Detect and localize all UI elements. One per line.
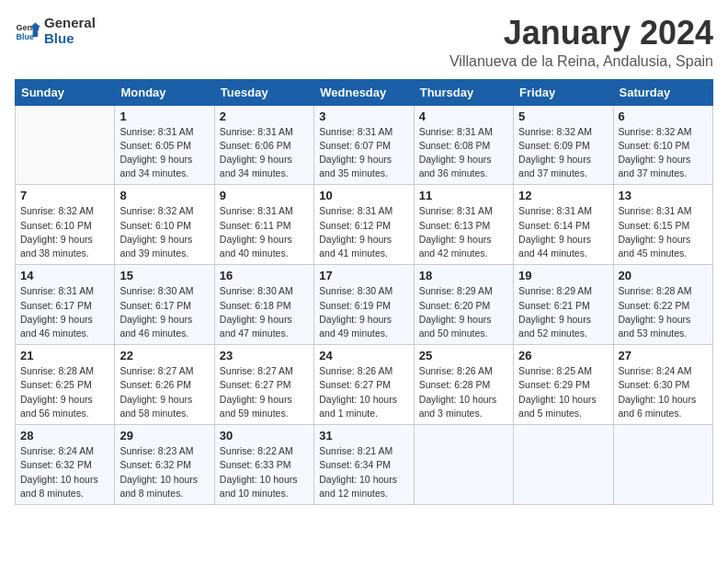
- day-info: Sunrise: 8:31 AM Sunset: 6:11 PM Dayligh…: [220, 204, 309, 260]
- table-row: 27Sunrise: 8:24 AM Sunset: 6:30 PM Dayli…: [613, 345, 712, 425]
- table-row: 10Sunrise: 8:31 AM Sunset: 6:12 PM Dayli…: [314, 185, 414, 265]
- table-row: 6Sunrise: 8:32 AM Sunset: 6:10 PM Daylig…: [613, 105, 712, 185]
- calendar-table: Sunday Monday Tuesday Wednesday Thursday…: [15, 79, 713, 505]
- table-row: 24Sunrise: 8:26 AM Sunset: 6:27 PM Dayli…: [314, 345, 414, 425]
- day-number: 26: [518, 349, 608, 362]
- table-row: 19Sunrise: 8:29 AM Sunset: 6:21 PM Dayli…: [514, 265, 613, 345]
- table-row: 2Sunrise: 8:31 AM Sunset: 6:06 PM Daylig…: [214, 105, 313, 185]
- day-number: 29: [119, 429, 209, 442]
- day-info: Sunrise: 8:31 AM Sunset: 6:12 PM Dayligh…: [319, 204, 408, 260]
- day-info: Sunrise: 8:30 AM Sunset: 6:18 PM Dayligh…: [220, 284, 309, 340]
- table-row: 17Sunrise: 8:30 AM Sunset: 6:19 PM Dayli…: [314, 265, 414, 345]
- logo-icon: General Blue: [15, 17, 40, 43]
- header-friday: Friday: [514, 79, 613, 105]
- calendar-week-row: 7Sunrise: 8:32 AM Sunset: 6:10 PM Daylig…: [16, 185, 713, 265]
- day-number: 10: [319, 189, 408, 202]
- page-header: General Blue General Blue January 2024 V…: [15, 15, 713, 70]
- day-number: 28: [20, 429, 109, 442]
- location-subtitle: Villanueva de la Reina, Andalusia, Spain: [449, 53, 713, 70]
- day-number: 3: [319, 109, 408, 123]
- table-row: 14Sunrise: 8:31 AM Sunset: 6:17 PM Dayli…: [16, 265, 115, 345]
- table-row: 29Sunrise: 8:23 AM Sunset: 6:32 PM Dayli…: [115, 425, 214, 505]
- day-info: Sunrise: 8:30 AM Sunset: 6:19 PM Dayligh…: [319, 284, 408, 340]
- day-info: Sunrise: 8:31 AM Sunset: 6:08 PM Dayligh…: [419, 125, 508, 181]
- day-number: 27: [619, 349, 708, 362]
- day-info: Sunrise: 8:32 AM Sunset: 6:09 PM Dayligh…: [518, 125, 608, 181]
- logo: General Blue General Blue: [15, 15, 96, 47]
- day-number: 1: [119, 109, 209, 123]
- day-info: Sunrise: 8:30 AM Sunset: 6:17 PM Dayligh…: [119, 284, 209, 340]
- day-number: 2: [220, 109, 309, 123]
- day-info: Sunrise: 8:28 AM Sunset: 6:25 PM Dayligh…: [20, 364, 109, 420]
- day-info: Sunrise: 8:22 AM Sunset: 6:33 PM Dayligh…: [220, 444, 309, 500]
- table-row: 20Sunrise: 8:28 AM Sunset: 6:22 PM Dayli…: [613, 265, 712, 345]
- day-number: 4: [419, 109, 508, 123]
- logo-blue-text: Blue: [44, 30, 96, 46]
- day-info: Sunrise: 8:31 AM Sunset: 6:14 PM Dayligh…: [518, 204, 608, 260]
- day-number: 12: [518, 189, 608, 202]
- day-number: 6: [619, 109, 708, 123]
- table-row: [16, 105, 115, 185]
- table-row: 28Sunrise: 8:24 AM Sunset: 6:32 PM Dayli…: [16, 425, 115, 505]
- day-info: Sunrise: 8:27 AM Sunset: 6:27 PM Dayligh…: [220, 364, 309, 420]
- day-info: Sunrise: 8:31 AM Sunset: 6:07 PM Dayligh…: [319, 125, 408, 181]
- day-number: 5: [518, 109, 608, 123]
- table-row: [514, 425, 613, 505]
- header-tuesday: Tuesday: [214, 79, 313, 105]
- table-row: 13Sunrise: 8:31 AM Sunset: 6:15 PM Dayli…: [613, 185, 712, 265]
- day-number: 13: [619, 189, 708, 202]
- day-info: Sunrise: 8:31 AM Sunset: 6:13 PM Dayligh…: [419, 204, 508, 260]
- calendar-week-row: 1Sunrise: 8:31 AM Sunset: 6:05 PM Daylig…: [16, 105, 713, 185]
- table-row: 12Sunrise: 8:31 AM Sunset: 6:14 PM Dayli…: [514, 185, 613, 265]
- header-sunday: Sunday: [16, 79, 115, 105]
- logo-general-text: General: [44, 15, 96, 30]
- day-number: 17: [319, 269, 408, 282]
- header-wednesday: Wednesday: [314, 79, 414, 105]
- table-row: 3Sunrise: 8:31 AM Sunset: 6:07 PM Daylig…: [314, 105, 414, 185]
- table-row: 23Sunrise: 8:27 AM Sunset: 6:27 PM Dayli…: [214, 345, 313, 425]
- day-number: 15: [119, 269, 209, 282]
- month-title: January 2024: [449, 15, 713, 52]
- day-number: 20: [619, 269, 708, 282]
- day-number: 14: [20, 269, 109, 282]
- day-info: Sunrise: 8:26 AM Sunset: 6:28 PM Dayligh…: [419, 364, 508, 420]
- day-number: 31: [319, 429, 408, 442]
- table-row: [414, 425, 513, 505]
- day-number: 9: [220, 189, 309, 202]
- table-row: 30Sunrise: 8:22 AM Sunset: 6:33 PM Dayli…: [214, 425, 313, 505]
- table-row: 15Sunrise: 8:30 AM Sunset: 6:17 PM Dayli…: [115, 265, 214, 345]
- header-saturday: Saturday: [613, 79, 712, 105]
- table-row: 11Sunrise: 8:31 AM Sunset: 6:13 PM Dayli…: [414, 185, 513, 265]
- table-row: 5Sunrise: 8:32 AM Sunset: 6:09 PM Daylig…: [514, 105, 613, 185]
- day-number: 7: [20, 189, 109, 202]
- table-row: 8Sunrise: 8:32 AM Sunset: 6:10 PM Daylig…: [115, 185, 214, 265]
- table-row: 26Sunrise: 8:25 AM Sunset: 6:29 PM Dayli…: [514, 345, 613, 425]
- day-info: Sunrise: 8:32 AM Sunset: 6:10 PM Dayligh…: [619, 125, 708, 181]
- header-thursday: Thursday: [414, 79, 513, 105]
- table-row: 4Sunrise: 8:31 AM Sunset: 6:08 PM Daylig…: [414, 105, 513, 185]
- table-row: [613, 425, 712, 505]
- day-number: 11: [419, 189, 508, 202]
- svg-text:Blue: Blue: [16, 32, 34, 41]
- day-info: Sunrise: 8:23 AM Sunset: 6:32 PM Dayligh…: [119, 444, 209, 500]
- table-row: 18Sunrise: 8:29 AM Sunset: 6:20 PM Dayli…: [414, 265, 513, 345]
- day-info: Sunrise: 8:27 AM Sunset: 6:26 PM Dayligh…: [119, 364, 209, 420]
- calendar-week-row: 28Sunrise: 8:24 AM Sunset: 6:32 PM Dayli…: [16, 425, 713, 505]
- day-info: Sunrise: 8:29 AM Sunset: 6:20 PM Dayligh…: [419, 284, 508, 340]
- calendar-week-row: 21Sunrise: 8:28 AM Sunset: 6:25 PM Dayli…: [16, 345, 713, 425]
- day-number: 8: [119, 189, 209, 202]
- header-monday: Monday: [115, 79, 214, 105]
- day-info: Sunrise: 8:29 AM Sunset: 6:21 PM Dayligh…: [518, 284, 608, 340]
- day-info: Sunrise: 8:28 AM Sunset: 6:22 PM Dayligh…: [619, 284, 708, 340]
- calendar-week-row: 14Sunrise: 8:31 AM Sunset: 6:17 PM Dayli…: [16, 265, 713, 345]
- table-row: 1Sunrise: 8:31 AM Sunset: 6:05 PM Daylig…: [115, 105, 214, 185]
- weekday-header-row: Sunday Monday Tuesday Wednesday Thursday…: [16, 79, 713, 105]
- day-info: Sunrise: 8:32 AM Sunset: 6:10 PM Dayligh…: [119, 204, 209, 260]
- day-number: 25: [419, 349, 508, 362]
- day-info: Sunrise: 8:24 AM Sunset: 6:32 PM Dayligh…: [20, 444, 109, 500]
- day-info: Sunrise: 8:31 AM Sunset: 6:05 PM Dayligh…: [119, 125, 209, 181]
- day-number: 18: [419, 269, 508, 282]
- day-info: Sunrise: 8:21 AM Sunset: 6:34 PM Dayligh…: [319, 444, 408, 500]
- table-row: 9Sunrise: 8:31 AM Sunset: 6:11 PM Daylig…: [214, 185, 313, 265]
- table-row: 22Sunrise: 8:27 AM Sunset: 6:26 PM Dayli…: [115, 345, 214, 425]
